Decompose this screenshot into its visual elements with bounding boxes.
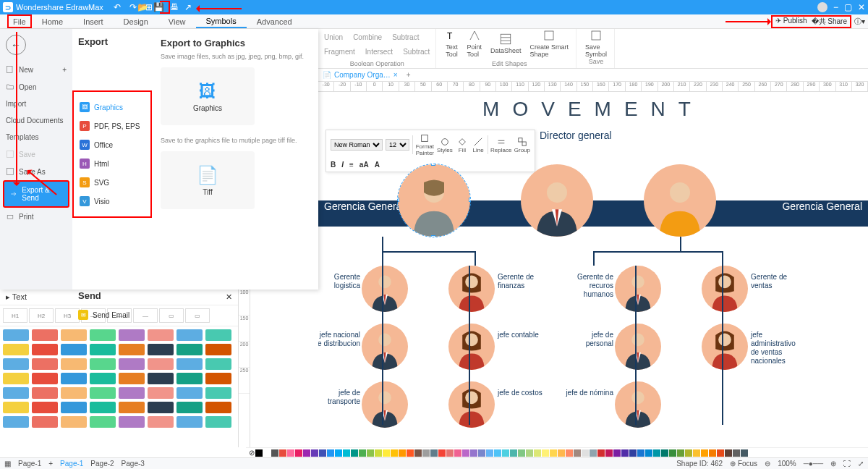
library-shape[interactable] — [61, 329, 87, 341]
color-swatch[interactable] — [454, 449, 461, 457]
color-swatch[interactable] — [590, 449, 597, 457]
library-shape[interactable] — [32, 373, 58, 384]
color-swatch[interactable] — [693, 449, 700, 457]
font-select[interactable]: New Roman — [331, 139, 383, 151]
color-swatch[interactable] — [351, 449, 358, 457]
color-swatch[interactable] — [311, 449, 318, 457]
replace-button[interactable]: Replace — [491, 137, 511, 153]
color-swatch[interactable] — [669, 449, 676, 457]
color-swatch[interactable] — [550, 449, 557, 457]
library-shape[interactable] — [32, 387, 58, 399]
library-shape[interactable] — [119, 402, 145, 413]
color-swatch[interactable] — [597, 449, 605, 457]
align-button[interactable]: ≡ — [349, 161, 354, 169]
color-swatch[interactable] — [422, 449, 430, 457]
fill-button[interactable]: Fill — [456, 137, 469, 153]
color-swatch[interactable] — [510, 449, 517, 457]
tab-advanced[interactable]: Advanced — [247, 14, 302, 28]
file-nav-new[interactable]: New+ — [0, 61, 72, 78]
combine-button[interactable]: Combine — [350, 30, 385, 43]
font-color-button[interactable]: A — [375, 161, 380, 169]
heading-style[interactable]: H1 — [3, 308, 27, 323]
file-nav-cloud[interactable]: Cloud Documents — [0, 112, 72, 129]
subtract-button[interactable]: Subtract — [389, 30, 422, 43]
library-shape[interactable] — [90, 329, 116, 341]
library-shape[interactable] — [32, 329, 58, 341]
library-shape[interactable] — [3, 329, 29, 341]
point-tool-button[interactable]: Point Tool — [462, 29, 486, 58]
org-node[interactable] — [615, 266, 661, 312]
page-tab-1[interactable]: Page-1 — [18, 460, 41, 468]
color-swatch[interactable] — [287, 449, 294, 457]
library-shape[interactable] — [90, 416, 116, 428]
minimize-icon[interactable]: − — [833, 2, 838, 12]
tab-view[interactable]: View — [158, 14, 196, 28]
datasheet-button[interactable]: DataSheet — [486, 29, 526, 58]
org-node[interactable] — [702, 266, 748, 312]
send-email[interactable]: ✉Send Email — [72, 305, 152, 324]
zoom-slider[interactable]: ─●── — [804, 460, 823, 468]
bold-button[interactable]: B — [331, 161, 336, 169]
tiff-card[interactable]: 📄Tiff — [161, 151, 255, 209]
color-swatch[interactable] — [367, 449, 374, 457]
gerencia-right-node[interactable] — [644, 164, 716, 237]
library-shape[interactable] — [205, 373, 231, 384]
export-svg[interactable]: SSVG — [74, 173, 150, 192]
color-swatch[interactable] — [399, 449, 406, 457]
open-icon[interactable]: 📂 — [138, 2, 148, 12]
help-icon[interactable]: ⓘ▾ — [854, 17, 865, 27]
page-tab-3[interactable]: Page-3 — [122, 460, 145, 468]
color-swatch[interactable] — [279, 449, 286, 457]
color-swatch[interactable] — [566, 449, 573, 457]
file-nav-print[interactable]: Print — [0, 208, 72, 225]
color-swatch[interactable] — [335, 449, 342, 457]
color-swatch[interactable] — [414, 449, 422, 457]
color-swatch[interactable] — [438, 449, 446, 457]
tab-home[interactable]: Home — [32, 14, 73, 28]
file-nav-open[interactable]: Open — [0, 78, 72, 96]
text-size-button[interactable]: aA — [359, 161, 369, 169]
color-swatch[interactable] — [629, 449, 637, 457]
fit-page-icon[interactable]: ⛶ — [843, 460, 851, 468]
page-tab-1b[interactable]: Page-1 — [60, 460, 83, 468]
color-swatch[interactable] — [518, 449, 525, 457]
color-swatch[interactable] — [470, 449, 477, 457]
org-node[interactable] — [362, 266, 408, 312]
color-swatch[interactable] — [303, 449, 310, 457]
library-shape[interactable] — [3, 416, 29, 428]
user-avatar[interactable] — [817, 2, 827, 12]
intersect-button[interactable]: Intersect — [362, 45, 396, 58]
color-swatch[interactable] — [430, 449, 438, 457]
color-swatch[interactable] — [637, 449, 644, 457]
page-add[interactable]: + — [48, 460, 53, 468]
library-shape[interactable] — [3, 358, 29, 370]
library-shape[interactable] — [148, 358, 174, 370]
director-node[interactable] — [521, 164, 593, 237]
color-swatch[interactable] — [462, 449, 469, 457]
close-library-icon[interactable]: ✕ — [226, 292, 232, 302]
color-swatch[interactable] — [391, 449, 398, 457]
create-smart-shape-button[interactable]: Create Smart Shape — [525, 29, 573, 58]
org-node[interactable] — [448, 266, 495, 312]
color-swatch[interactable] — [661, 449, 668, 457]
color-swatch[interactable] — [733, 449, 740, 457]
redo-icon[interactable]: ↷ — [128, 2, 138, 12]
text-tool-button[interactable]: TText Tool — [441, 29, 462, 58]
export-html[interactable]: HHtml — [74, 154, 150, 173]
library-shape[interactable] — [119, 416, 145, 428]
color-swatch[interactable] — [359, 449, 366, 457]
color-swatch[interactable] — [526, 449, 533, 457]
org-node[interactable] — [702, 324, 748, 370]
color-swatch[interactable] — [717, 449, 724, 457]
library-shape[interactable] — [176, 387, 203, 399]
library-shape[interactable] — [176, 329, 203, 341]
color-swatch[interactable] — [486, 449, 493, 457]
org-node[interactable] — [448, 381, 495, 428]
color-swatch[interactable] — [574, 449, 581, 457]
library-shape[interactable] — [176, 344, 203, 355]
library-shape[interactable] — [61, 416, 87, 428]
library-shape[interactable] — [32, 344, 58, 355]
color-swatch[interactable] — [741, 449, 748, 457]
library-shape[interactable] — [32, 358, 58, 370]
color-swatch[interactable] — [725, 449, 732, 457]
